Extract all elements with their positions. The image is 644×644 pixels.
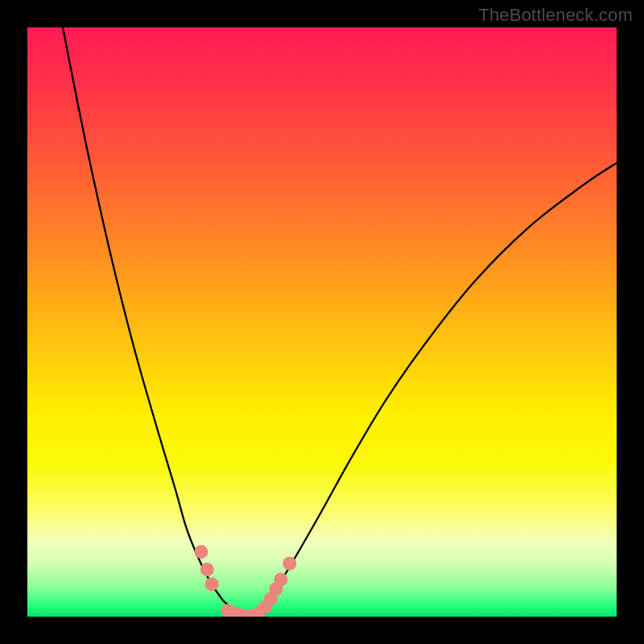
marker-dots (194, 545, 296, 617)
left-curve (63, 27, 240, 617)
marker-dot (200, 563, 214, 576)
watermark-text: TheBottleneck.com (478, 5, 633, 26)
plot-area (27, 27, 617, 617)
marker-dot (283, 557, 296, 571)
chart-frame: TheBottleneck.com (0, 0, 644, 644)
marker-dot (274, 572, 287, 586)
right-curve (251, 163, 617, 617)
marker-dot (194, 545, 208, 559)
curves-svg (27, 27, 617, 617)
marker-dot (205, 577, 219, 591)
